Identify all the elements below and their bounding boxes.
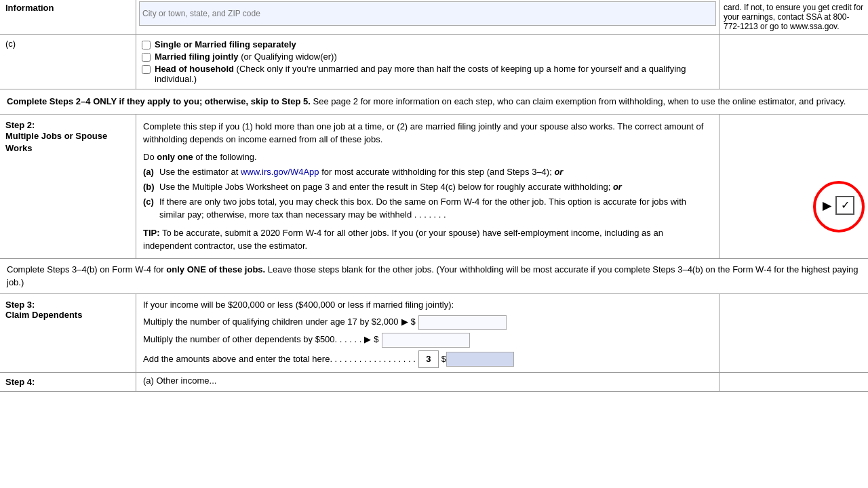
do-only-one-para: Do only one of the following. — [143, 150, 712, 164]
filing-options-col: Single or Married filing separately Marr… — [136, 35, 719, 89]
filing-option-head: Head of household (Check only if you're … — [142, 64, 713, 84]
step3-total-row: Add the amounts above and enter the tota… — [143, 350, 712, 369]
filing-option-single: Single or Married filing separately — [142, 39, 713, 49]
step2-option-a: (a) Use the estimator at www.irs.gov/W4A… — [143, 166, 712, 178]
step2-content: Complete this step if you (1) hold more … — [136, 115, 719, 258]
step2c-checkbox[interactable]: ✓ — [835, 196, 854, 215]
complete-steps-banner: Complete Steps 2–4 ONLY if they apply to… — [0, 89, 868, 115]
step3-label: Step 3: Claim Dependents — [0, 294, 136, 373]
step3-input1[interactable] — [418, 315, 507, 330]
complete-steps-34: Complete Steps 3–4(b) on Form W-4 for on… — [0, 259, 868, 294]
page-wrapper: Information card. If not, to ensure you … — [0, 0, 868, 488]
checkbox-head[interactable] — [142, 65, 151, 74]
step2-right-col: ▶ ✓ — [719, 115, 868, 258]
step3-content: If your income will be $200,000 or less … — [136, 294, 719, 373]
step2-option-b: (b) Use the Multiple Jobs Worksheet on p… — [143, 181, 712, 193]
step2-section: Step 2: Multiple Jobs or Spouse Works Co… — [0, 115, 868, 259]
address-cell — [136, 0, 719, 34]
right-info: card. If not, to ensure you get credit f… — [719, 0, 868, 34]
step3-row1: Multiply the number of qualifying childr… — [143, 315, 712, 330]
filing-option-married-jointly: Married filing jointly (or Qualifying wi… — [142, 52, 713, 62]
step4-label: Step 4: — [0, 373, 136, 391]
step3-row2: Multiply the number of other dependents … — [143, 333, 712, 348]
step3-input2[interactable] — [382, 333, 470, 348]
checkbox-married-jointly[interactable] — [142, 53, 151, 62]
step4-partial: Step 4: (a) Other income... — [0, 373, 868, 392]
irs-link[interactable]: www.irs.gov/W4App — [241, 167, 319, 177]
step2-label: Step 2: Multiple Jobs or Spouse Works — [0, 115, 136, 258]
information-label: Information — [0, 0, 136, 34]
step2-tip: TIP: To be accurate, submit a 2020 Form … — [143, 226, 712, 253]
filing-label-col: (c) — [0, 35, 136, 89]
address-input[interactable] — [139, 1, 716, 26]
filing-status-section: (c) Single or Married filing separately … — [0, 35, 868, 89]
step4-right-col — [719, 373, 868, 391]
step3-total-input[interactable] — [446, 352, 514, 367]
arrow-right-icon: ▶ — [823, 199, 831, 212]
checkbox-single[interactable] — [142, 41, 151, 49]
step3-section: Step 3: Claim Dependents If your income … — [0, 294, 868, 373]
top-row: Information card. If not, to ensure you … — [0, 0, 868, 35]
filing-right-empty — [719, 35, 868, 89]
step3-right-col — [719, 294, 868, 373]
step4-content: (a) Other income... — [136, 373, 719, 391]
step2-option-c: (c) If there are only two jobs total, yo… — [143, 196, 712, 220]
